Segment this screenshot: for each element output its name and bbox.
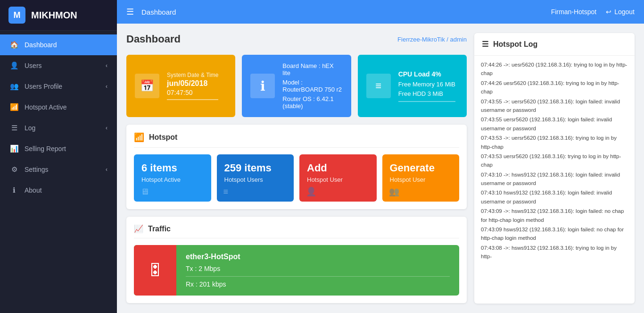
hotspot-users-card[interactable]: 259 items Hotspot Users ≡	[217, 154, 294, 202]
traffic-info: ether3-HotSpot Tx : 2 Mbps Rx : 201 kbps	[176, 245, 459, 296]
users-group-icon: 👥	[389, 186, 399, 197]
cpu-load: CPU Load 4%	[398, 70, 455, 78]
log-list-icon: ☰	[482, 40, 488, 49]
board-name: Board Name : hEX lite	[282, 62, 342, 76]
hotspot-log-card: ☰ Hotspot Log 07:44:26 ->: uesr5620 (192…	[474, 33, 635, 304]
sidebar-item-selling-report[interactable]: 📊 Selling Report	[0, 138, 117, 159]
info-cards: 📅 System Date & Time jun/05/2018 07:47:5…	[126, 55, 467, 117]
app-logo: M MIKHMON	[0, 0, 117, 31]
datetime-date: jun/05/2018	[167, 79, 218, 88]
sidebar-item-hotspot-active[interactable]: 📶 Hotspot Active	[0, 97, 117, 118]
traffic-icon-box: 🎛	[134, 245, 176, 296]
sidebar-item-settings[interactable]: ⚙ Settings ‹	[0, 159, 117, 180]
info-icon: ℹ	[250, 74, 275, 98]
sidebar-item-log[interactable]: ☰ Log ‹	[0, 118, 117, 138]
generate-label: Generate	[390, 162, 452, 174]
log-title: Hotspot Log	[493, 40, 537, 49]
log-entry: 07:43:55 uersr5620 (192.168.3.16): login…	[481, 115, 628, 133]
hotspot-title: Hotspot	[149, 133, 177, 142]
nav-icon-4: ☰	[9, 124, 19, 132]
sidebar-item-users-profile[interactable]: 👥 Users Profile ‹	[0, 76, 117, 97]
topbar: ☰ Dashboard Firman-Hotspot ↩ Logout	[117, 0, 644, 24]
app-name: MIKHMON	[31, 10, 77, 21]
traffic-device-icon: 🎛	[148, 262, 163, 279]
log-entry: 07:44:26 uesr5620 (192.168.3.16): trying…	[481, 79, 628, 96]
sidebar-nav: 🏠 Dashboard 👤 Users ‹ 👥 Users Profile ‹ …	[0, 31, 117, 313]
log-entry: 07:43:53 uersr5620 (192.168.3.16): tryin…	[481, 152, 628, 169]
monitor-icon: 🖥	[140, 187, 149, 197]
nav-arrow-6: ‹	[106, 166, 107, 173]
nav-label-1: Users	[25, 62, 42, 69]
nav-label-5: Selling Report	[25, 145, 66, 152]
user-add-icon: 👤	[306, 186, 316, 197]
nav-icon-5: 📊	[9, 144, 19, 153]
nav-icon-7: ℹ	[9, 186, 19, 195]
hotspot-log-sidebar: ☰ Hotspot Log 07:44:26 ->: uesr5620 (192…	[474, 33, 635, 304]
nav-icon-1: 👤	[9, 61, 19, 70]
datetime-time: 07:47:50	[167, 89, 218, 96]
logout-icon: ↩	[606, 8, 611, 16]
traffic-rx: Rx : 201 kbps	[186, 280, 450, 288]
log-entry: 07:43:53 ->: uersr5620 (192.168.3.16): t…	[481, 134, 628, 151]
hotspot-header: 📶 Hotspot	[134, 132, 459, 148]
active-count: 6 items	[141, 162, 204, 174]
nav-label-7: About	[25, 186, 42, 194]
hotspot-cards: 6 items Hotspot Active 🖥 259 items Hotsp…	[134, 154, 459, 202]
topbar-user: Firman-Hotspot	[551, 8, 596, 16]
sidebar: M MIKHMON 🏠 Dashboard 👤 Users ‹ 👥 Users …	[0, 0, 117, 313]
nav-icon-0: 🏠	[9, 41, 19, 49]
generate-user-card[interactable]: Generate Hotspot User 👥	[382, 154, 460, 202]
calendar-icon: 📅	[135, 74, 159, 98]
hamburger-icon[interactable]: ☰	[126, 7, 134, 17]
traffic-section: 📈 Traffic 🎛 ether3-HotSpot Tx : 2 Mbps R…	[126, 217, 467, 303]
hotspot-active-card[interactable]: 6 items Hotspot Active 🖥	[134, 154, 211, 202]
log-entry: 07:43:09 ->: hsws9132 (192.168.3.16): lo…	[481, 207, 628, 224]
log-entry: 07:43:55 ->: uersr5620 (192.168.3.16): l…	[481, 97, 628, 115]
add-label: Add	[307, 162, 369, 174]
log-entry: 07:43:09 hsws9132 (192.168.3.16): login …	[481, 225, 628, 243]
add-user-card[interactable]: Add Hotspot User 👤	[299, 154, 377, 202]
log-entry: 07:44:26 ->: uesr5620 (192.168.3.16): tr…	[481, 60, 628, 78]
system-underline	[398, 101, 455, 102]
users-count: 259 items	[224, 162, 287, 174]
page-header: Dashboard Fierrzee-MikroTik / admin	[126, 33, 467, 45]
nav-icon-6: ⚙	[9, 165, 19, 174]
traffic-title: Traffic	[148, 225, 171, 233]
content-area: Dashboard Fierrzee-MikroTik / admin 📅 Sy…	[117, 24, 644, 313]
sidebar-item-users[interactable]: 👤 Users ‹	[0, 55, 117, 76]
traffic-card: 🎛 ether3-HotSpot Tx : 2 Mbps Rx : 201 kb…	[134, 245, 459, 296]
active-label: Hotspot Active	[141, 176, 204, 183]
nav-label-0: Dashboard	[25, 41, 57, 49]
list-icon: ≡	[223, 187, 229, 197]
free-memory: Free Memory 16 MiB	[398, 81, 455, 88]
breadcrumb-user: admin	[450, 36, 467, 43]
info-card-board: ℹ Board Name : hEX lite Model : RouterBO…	[242, 55, 351, 117]
generate-sublabel: Hotspot User	[390, 176, 452, 183]
traffic-chart-icon: 📈	[134, 224, 143, 233]
log-entry: 07:43:10 hsws9132 (192.168.3.16): login …	[481, 188, 628, 206]
log-entry: 07:43:08 ->: hsws9132 (192.168.3.16): tr…	[481, 244, 628, 261]
logout-button[interactable]: ↩ Logout	[606, 8, 635, 16]
users-label: Hotspot Users	[224, 176, 287, 183]
logo-icon: M	[8, 7, 25, 24]
content-main: Dashboard Fierrzee-MikroTik / admin 📅 Sy…	[126, 33, 467, 304]
nav-label-3: Hotspot Active	[25, 103, 67, 111]
info-card-datetime: 📅 System Date & Time jun/05/2018 07:47:5…	[126, 55, 235, 117]
nav-label-6: Settings	[25, 166, 49, 173]
datetime-label: System Date & Time	[167, 72, 218, 78]
nav-icon-3: 📶	[9, 103, 19, 111]
main-area: ☰ Dashboard Firman-Hotspot ↩ Logout Dash…	[117, 0, 644, 313]
info-card-system: ≡ CPU Load 4% Free Memory 16 MiB Free HD…	[358, 55, 467, 117]
sidebar-item-dashboard[interactable]: 🏠 Dashboard	[0, 34, 117, 55]
topbar-right: Firman-Hotspot ↩ Logout	[551, 8, 635, 16]
log-entry: 07:43:10 ->: hsws9132 (192.168.3.16): lo…	[481, 170, 628, 188]
log-body[interactable]: 07:44:26 ->: uesr5620 (192.168.3.16): tr…	[474, 56, 635, 304]
traffic-interface: ether3-HotSpot	[186, 253, 450, 261]
nav-arrow-2: ‹	[106, 83, 107, 90]
breadcrumb-server: Fierrzee-MikroTik	[397, 36, 445, 43]
topbar-left: ☰ Dashboard	[126, 7, 176, 17]
sidebar-item-about[interactable]: ℹ About	[0, 180, 117, 201]
free-hdd: Free HDD 3 MiB	[398, 90, 455, 97]
nav-arrow-4: ‹	[106, 125, 107, 131]
breadcrumb-sep: /	[446, 36, 450, 43]
